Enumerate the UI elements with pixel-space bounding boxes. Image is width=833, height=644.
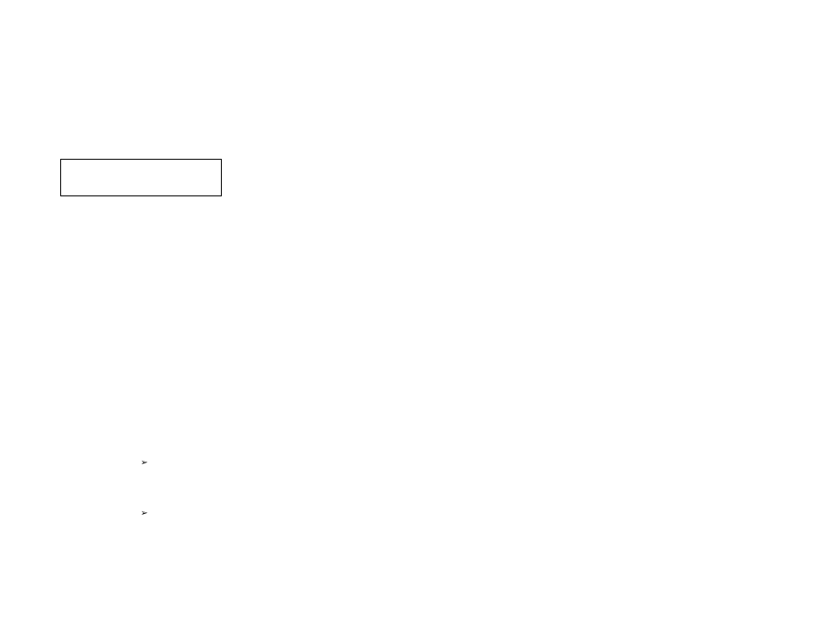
outlined-textbox [60, 159, 222, 196]
bullet-arrow-icon: ➢ [141, 509, 148, 517]
bullet-arrow-icon: ➢ [141, 458, 148, 467]
document-page: ➢ ➢ [0, 0, 833, 644]
